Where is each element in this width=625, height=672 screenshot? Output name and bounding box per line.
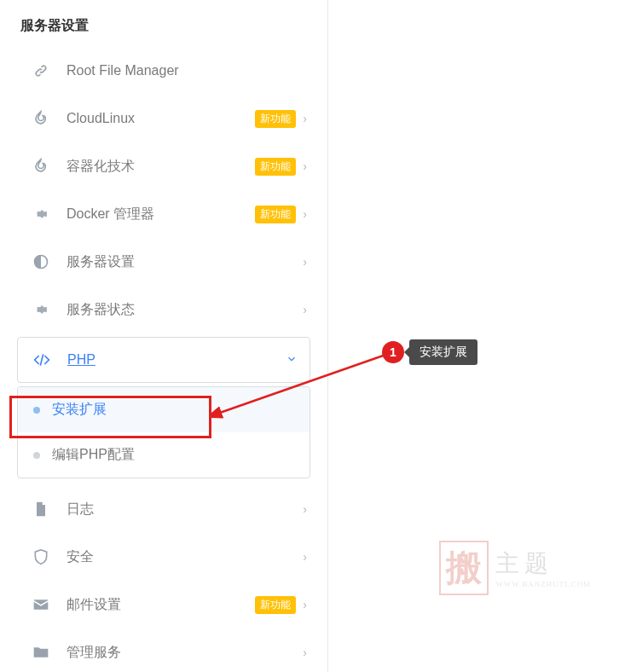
watermark-url: WWW.BANZHUTI.COM: [495, 580, 591, 588]
contrast-icon: [31, 252, 51, 272]
chevron-right-icon: ›: [303, 598, 307, 611]
menu-label: Docker 管理器: [67, 206, 255, 223]
bullet-icon: [33, 407, 40, 414]
menu-label: CloudLinux: [67, 111, 255, 126]
file-icon: [31, 499, 51, 519]
sidebar-item-docker-manager[interactable]: Docker 管理器 新功能 ›: [0, 190, 327, 238]
menu-label: 安全: [67, 548, 303, 566]
sidebar-item-php[interactable]: PHP: [17, 337, 310, 383]
callout-label: 安装扩展: [409, 339, 477, 365]
new-badge: 新功能: [255, 158, 296, 176]
sidebar-item-server-settings[interactable]: 服务器设置 ›: [0, 238, 327, 286]
submenu-label: 编辑PHP配置: [52, 446, 135, 464]
watermark: 搬 主题 WWW.BANZHUTI.COM: [439, 541, 591, 595]
submenu-item-install-extensions[interactable]: 安装扩展: [18, 387, 310, 432]
submenu-item-edit-php-config[interactable]: 编辑PHP配置: [18, 432, 310, 478]
watermark-text: 主题: [495, 547, 591, 580]
chevron-right-icon: ›: [303, 550, 307, 564]
watermark-logo: 搬: [439, 541, 489, 595]
sidebar-item-root-file-manager[interactable]: Root File Manager: [0, 47, 327, 95]
chevron-right-icon: ›: [303, 207, 307, 221]
sidebar-item-server-status[interactable]: 服务器状态 ›: [0, 286, 327, 333]
chevron-right-icon: ›: [303, 255, 307, 269]
sidebar-item-cloudlinux[interactable]: CloudLinux 新功能 ›: [0, 95, 327, 142]
menu-label: 日志: [67, 501, 303, 518]
chevron-down-icon: [286, 353, 298, 368]
callout-number: 1: [382, 341, 404, 363]
new-badge: 新功能: [255, 110, 296, 128]
chevron-right-icon: ›: [303, 646, 307, 659]
code-icon: [32, 350, 52, 370]
chevron-right-icon: ›: [303, 112, 307, 125]
sidebar-item-container-tech[interactable]: 容器化技术 新功能 ›: [0, 142, 327, 190]
bullet-icon: [33, 452, 40, 459]
sidebar-item-mail-settings[interactable]: 邮件设置 新功能 ›: [0, 581, 327, 629]
menu-label: 服务器状态: [67, 301, 303, 319]
sidebar-item-security[interactable]: 安全 ›: [0, 533, 327, 581]
sidebar: 服务器设置 Root File Manager CloudLinux 新功能 ›…: [0, 0, 328, 672]
folder-icon: [31, 642, 51, 663]
menu-label: Root File Manager: [67, 63, 307, 78]
chevron-right-icon: ›: [303, 159, 307, 173]
sidebar-item-logs[interactable]: 日志 ›: [0, 485, 327, 533]
submenu-label: 安装扩展: [52, 401, 107, 419]
sidebar-item-manage-services[interactable]: 管理服务 ›: [0, 629, 327, 672]
gear-icon: [31, 204, 51, 224]
menu-label: 管理服务: [67, 644, 303, 662]
chevron-right-icon: ›: [303, 502, 307, 516]
menu-label: 服务器设置: [67, 253, 303, 271]
menu-label: 容器化技术: [67, 158, 255, 176]
gear-icon: [31, 299, 51, 320]
sidebar-title: 服务器设置: [0, 17, 327, 47]
chevron-right-icon: ›: [303, 303, 307, 316]
new-badge: 新功能: [255, 206, 296, 223]
annotation-callout: 1 安装扩展: [382, 339, 477, 365]
menu-label: PHP: [67, 352, 286, 368]
submenu-php: 安装扩展 编辑PHP配置: [17, 386, 310, 478]
shield-icon: [31, 547, 51, 567]
new-badge: 新功能: [255, 596, 296, 614]
menu-label: 邮件设置: [67, 596, 255, 614]
link-icon: [31, 61, 51, 81]
flame-icon: [31, 108, 51, 129]
flame-icon: [31, 156, 51, 177]
mail-icon: [31, 594, 51, 615]
